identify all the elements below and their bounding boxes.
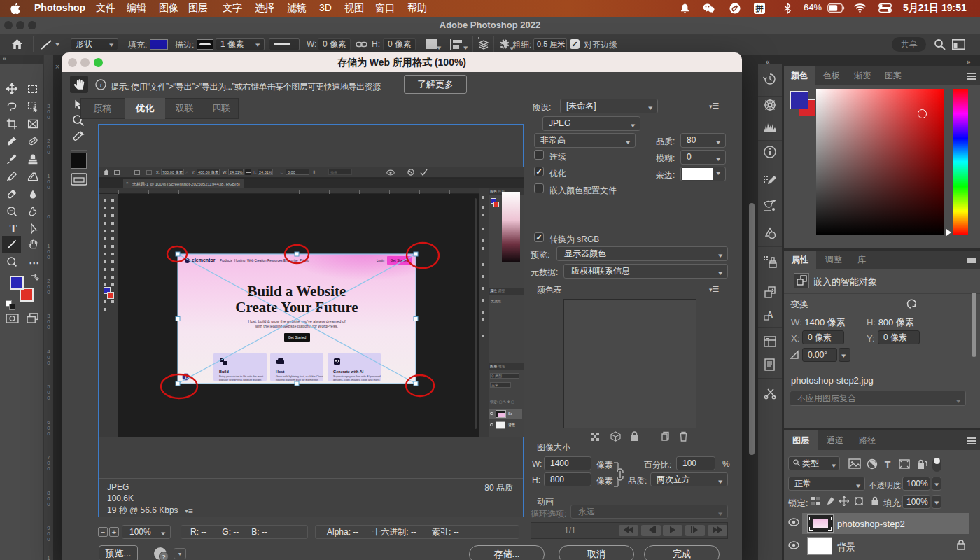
svg-text:?: ?: [162, 554, 166, 560]
svg-text:i: i: [99, 80, 102, 89]
